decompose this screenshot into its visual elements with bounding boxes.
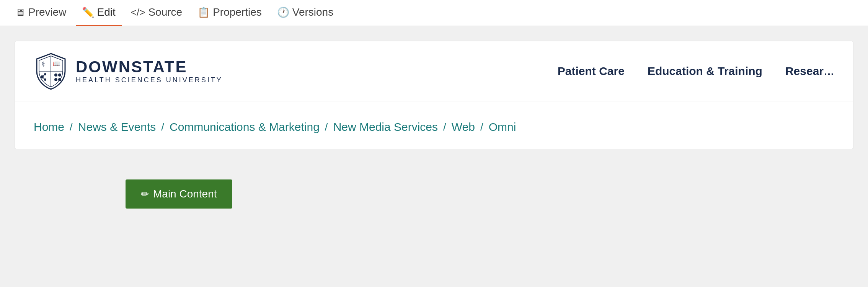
svg-point-11 <box>54 78 57 81</box>
main-content-button[interactable]: ✏ Main Content <box>126 179 232 209</box>
tab-source[interactable]: </> Source <box>125 0 188 26</box>
university-sub: HEALTH SCIENCES UNIVERSITY <box>76 76 223 84</box>
svg-text:📖: 📖 <box>53 60 60 67</box>
toolbar: 🖥 Preview ✏️ Edit </> Source 📋 Propertie… <box>0 0 868 26</box>
versions-icon: 🕐 <box>277 7 289 18</box>
university-name: DOWNSTATE <box>76 58 223 76</box>
monitor-icon: 🖥 <box>15 7 25 18</box>
tab-edit-label: Edit <box>97 6 116 18</box>
breadcrumb-area: Home / News & Events / Communications & … <box>15 101 853 149</box>
code-icon: </> <box>131 7 145 18</box>
pencil-icon: ✏️ <box>82 7 94 18</box>
breadcrumb-sep-1: / <box>70 121 73 133</box>
tab-versions[interactable]: 🕐 Versions <box>271 0 339 26</box>
site-header: ⚕ 📖 DOWNSTATE HEALT <box>15 41 853 101</box>
shield-logo: ⚕ 📖 <box>34 52 68 90</box>
logo-area: ⚕ 📖 DOWNSTATE HEALT <box>34 52 223 90</box>
breadcrumb-home[interactable]: Home <box>34 121 64 134</box>
tab-edit[interactable]: ✏️ Edit <box>76 0 122 26</box>
main-area: ⚕ 📖 DOWNSTATE HEALT <box>0 26 868 287</box>
site-preview-card: ⚕ 📖 DOWNSTATE HEALT <box>15 41 853 149</box>
svg-point-10 <box>58 73 61 77</box>
svg-point-12 <box>58 78 61 81</box>
content-area: ✏ Main Content <box>0 149 868 224</box>
breadcrumb-new-media[interactable]: New Media Services <box>333 121 438 134</box>
breadcrumb-sep-5: / <box>480 121 483 133</box>
edit-pencil-icon: ✏ <box>141 188 149 200</box>
tab-properties[interactable]: 📋 Properties <box>191 0 268 26</box>
breadcrumb-sep-4: / <box>443 121 446 133</box>
svg-text:⚕: ⚕ <box>41 60 45 68</box>
breadcrumb-communications[interactable]: Communications & Marketing <box>170 121 320 134</box>
tab-source-label: Source <box>148 6 182 18</box>
properties-icon: 📋 <box>197 7 210 18</box>
nav-patient-care[interactable]: Patient Care <box>558 65 625 78</box>
tab-versions-label: Versions <box>292 6 333 18</box>
breadcrumb-news-events[interactable]: News & Events <box>78 121 156 134</box>
tab-preview-label: Preview <box>28 6 67 18</box>
breadcrumb: Home / News & Events / Communications & … <box>34 121 834 134</box>
nav-research[interactable]: Resear… <box>785 65 834 78</box>
site-nav: Patient Care Education & Training Resear… <box>558 65 834 78</box>
tab-preview[interactable]: 🖥 Preview <box>9 0 73 26</box>
breadcrumb-sep-3: / <box>325 121 328 133</box>
svg-point-9 <box>54 73 57 77</box>
logo-text: DOWNSTATE HEALTH SCIENCES UNIVERSITY <box>76 58 223 84</box>
nav-education-training[interactable]: Education & Training <box>648 65 762 78</box>
tab-properties-label: Properties <box>213 6 262 18</box>
breadcrumb-sep-2: / <box>161 121 164 133</box>
breadcrumb-web[interactable]: Web <box>452 121 475 134</box>
breadcrumb-omni[interactable]: Omni <box>489 121 516 134</box>
main-content-label: Main Content <box>153 188 217 200</box>
